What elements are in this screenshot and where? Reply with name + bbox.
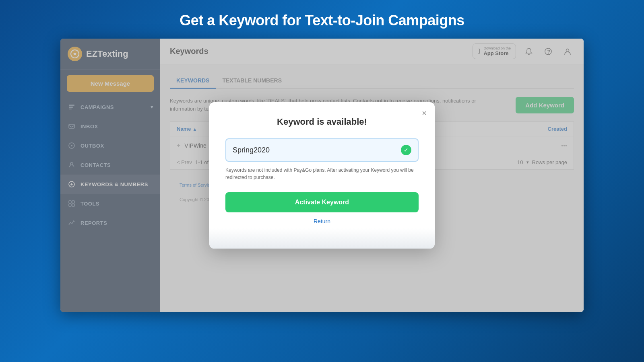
app-window: EZTexting New Message CAMPAIGNS ▾ [60, 39, 584, 312]
check-icon: ✓ [401, 145, 411, 155]
page-heading: Get a Keyword for Text-to-Join Campaigns [180, 0, 464, 39]
modal-close-button[interactable]: × [422, 109, 427, 118]
modal-bottom-fade [209, 228, 435, 249]
modal-dialog: × Keyword is available! ✓ Keywords are n… [209, 102, 435, 249]
keyword-input-wrap: ✓ [225, 138, 419, 162]
modal-title: Keyword is available! [225, 117, 419, 127]
modal-note: Keywords are not included with Pay&Go pl… [225, 167, 419, 181]
activate-keyword-button[interactable]: Activate Keyword [225, 192, 419, 212]
return-link[interactable]: Return [225, 218, 419, 224]
modal-overlay: × Keyword is available! ✓ Keywords are n… [60, 39, 584, 312]
keyword-input[interactable] [233, 146, 401, 154]
